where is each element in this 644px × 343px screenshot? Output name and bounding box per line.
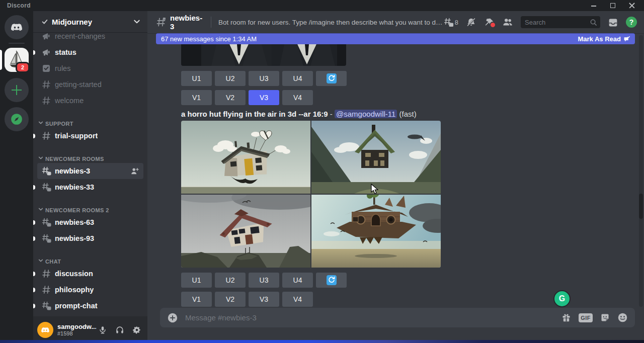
sidebar-item-status[interactable]: status [37,44,143,60]
channel-topic[interactable]: Bot room for new users. Type /imagine th… [218,19,443,26]
notifications-muted-button[interactable] [466,17,476,28]
category-support[interactable]: SUPPORT [37,115,143,128]
sidebar-item-newbies-3[interactable]: newbies-3 [37,163,143,179]
prompt-text: a horro hut flying in the air in 3d --ar… [181,110,328,118]
v4-button[interactable]: V4 [282,90,313,105]
chevron-down-icon [38,120,43,125]
sidebar-item-welcome[interactable]: welcome [37,93,143,109]
hash-chat-icon [41,301,51,311]
u4-button[interactable]: U4 [282,273,313,288]
sidebar-item-newbies-63[interactable]: newbies-63 [37,214,143,230]
server-mention-badge: 2 [16,62,30,73]
category-label: NEWCOMER ROOMS 2 [45,207,109,213]
channel-label: getting-started [55,80,102,89]
avatar[interactable] [37,322,53,338]
pinned-messages-button[interactable] [484,17,495,28]
inbox-button[interactable] [608,17,618,28]
gif-button[interactable]: GIF [579,313,593,322]
threads-button[interactable]: 8 [443,17,458,28]
hash-icon [41,131,51,141]
sidebar-item-recent-changes[interactable]: recent-changes [37,32,143,44]
chevron-down-icon [133,18,140,25]
chevron-down-icon [38,258,43,263]
category-chat[interactable]: CHAT [37,252,143,266]
chat-scrollbar[interactable] [639,35,643,307]
settings-button[interactable] [130,323,143,336]
sticker-button[interactable] [600,312,610,323]
rules-icon [41,63,51,73]
u3-button[interactable]: U3 [249,273,279,288]
u3-button[interactable]: U3 [249,71,279,86]
sidebar-item-getting-started[interactable]: getting-started [37,76,143,93]
user-mention[interactable]: @samgoodwill-11 [335,110,397,118]
category-newcomer-rooms[interactable]: NEWCOMER ROOMS [37,150,143,163]
v3-button-active[interactable]: V3 [249,90,279,105]
u1-button[interactable]: U1 [181,71,212,86]
reroll-button[interactable] [316,273,347,288]
v2-button[interactable]: V2 [215,90,246,105]
maximize-button[interactable] [610,3,616,9]
channel-label: recent-changes [55,32,105,40]
discord-window: Discord 2 [0,0,644,343]
search-placeholder: Search [525,19,590,26]
chevron-down-icon [38,155,43,160]
emoji-button[interactable] [617,312,628,323]
help-button[interactable]: ? [626,17,637,28]
invite-people-icon[interactable] [130,166,139,176]
u2-button[interactable]: U2 [215,71,246,86]
deafen-button[interactable] [113,323,126,336]
v2-button[interactable]: V2 [215,292,246,307]
discord-home-button[interactable] [5,15,29,39]
u2-button[interactable]: U2 [215,273,246,288]
user-meta[interactable]: samgoodw... #1598 [57,323,96,336]
attach-plus-icon[interactable] [167,312,178,323]
minimize-button[interactable] [591,3,597,9]
channel-label: newbies-3 [55,167,90,175]
generated-image-4[interactable] [311,195,441,268]
v1-button[interactable]: V1 [181,292,212,307]
mark-as-read-button[interactable]: Mark As Read [578,35,630,43]
generated-image-3[interactable] [181,195,310,268]
server-header[interactable]: Midjourney [33,11,147,32]
sidebar-item-rules[interactable]: rules [37,60,143,76]
megaphone-icon [41,47,51,57]
channel-label: discussion [55,270,93,278]
microphone-icon [98,325,107,334]
scrollbar-thumb[interactable] [639,194,643,219]
u4-button[interactable]: U4 [282,71,313,86]
message-composer[interactable]: Message #newbies-3 GIF [160,308,635,327]
sidebar-item-discussion[interactable]: discussion [37,266,143,282]
new-messages-banner[interactable]: 67 new messages since 1:34 AM Mark As Re… [156,33,635,44]
compass-icon [10,113,23,126]
u1-button[interactable]: U1 [181,273,212,288]
generated-image-1[interactable] [181,121,310,194]
megaphone-icon [41,32,51,41]
search-input[interactable]: Search [521,16,600,28]
generated-image-cropped[interactable] [181,44,346,66]
mute-mic-button[interactable] [96,323,109,336]
window-titlebar: Discord [0,0,644,11]
message-check-icon [623,36,630,42]
sidebar-item-newbies-33[interactable]: newbies-33 [37,179,143,195]
explore-servers-button[interactable] [5,107,29,131]
close-button[interactable] [629,3,635,9]
server-icon-midjourney[interactable]: 2 [5,48,29,72]
message-content: a horro hut flying in the air in 3d --ar… [181,109,417,120]
sidebar-item-newbies-93[interactable]: newbies-93 [37,230,143,246]
sidebar-item-philosophy[interactable]: philosophy [37,282,143,298]
generated-image-2[interactable] [311,121,441,194]
add-server-button[interactable] [5,78,29,102]
sidebar-item-prompt-chat[interactable]: prompt-chat [37,298,143,314]
gif-label: GIF [579,313,593,322]
member-list-button[interactable] [502,17,513,28]
sidebar-item-trial-support[interactable]: trial-support [37,128,143,144]
category-newcomer-rooms-2[interactable]: NEWCOMER ROOMS 2 [37,201,143,214]
v4-button[interactable]: V4 [282,292,313,307]
v1-button[interactable]: V1 [181,90,212,105]
grammarly-overlay-button[interactable]: G [553,290,571,307]
v3-button[interactable]: V3 [249,292,279,307]
channel-header: newbies-3 Bot room for new users. Type /… [147,11,644,33]
chevron-down-icon [38,207,43,212]
reroll-button[interactable] [316,71,347,86]
gift-button[interactable] [561,312,572,323]
